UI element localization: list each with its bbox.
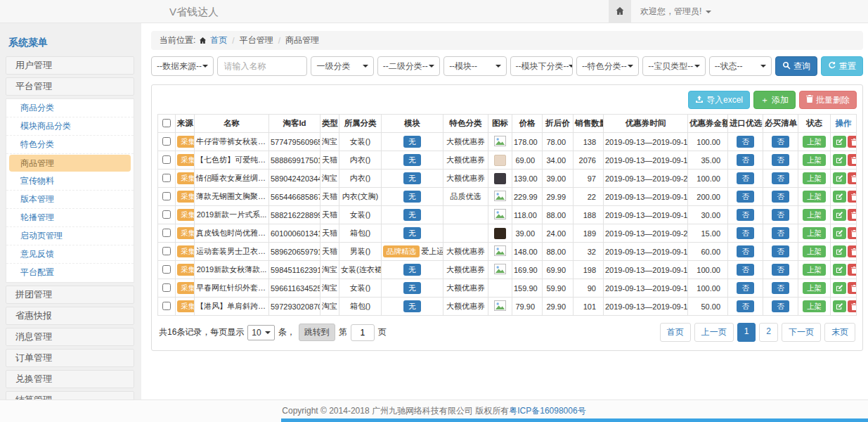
- select-all-checkbox[interactable]: [162, 119, 171, 127]
- import-select-toggle[interactable]: 否: [737, 154, 754, 166]
- delete-button[interactable]: [848, 172, 857, 184]
- status-badge[interactable]: 上架: [803, 154, 826, 166]
- sidebar-subitem-5[interactable]: 版本管理: [6, 191, 134, 209]
- status-badge[interactable]: 上架: [803, 227, 826, 239]
- import-select-toggle[interactable]: 否: [737, 209, 754, 221]
- delete-button[interactable]: [848, 282, 857, 294]
- module-badge[interactable]: 无: [403, 227, 421, 239]
- must-buy-toggle[interactable]: 否: [772, 264, 789, 276]
- edit-button[interactable]: [833, 209, 846, 221]
- must-buy-toggle[interactable]: 否: [772, 227, 789, 239]
- pager-item-1[interactable]: 上一页: [694, 323, 734, 342]
- module-badge[interactable]: 无: [403, 264, 421, 276]
- reset-button[interactable]: 重置: [821, 56, 863, 76]
- import-select-toggle[interactable]: 否: [737, 282, 754, 294]
- sidebar-item-bottom-2[interactable]: 消息管理: [6, 328, 134, 346]
- module-badge[interactable]: 无: [403, 154, 421, 166]
- module-badge[interactable]: 无: [403, 172, 421, 184]
- pager-item-3[interactable]: 2: [759, 323, 778, 342]
- edit-button[interactable]: [833, 300, 846, 312]
- must-buy-toggle[interactable]: 否: [772, 191, 789, 203]
- delete-button[interactable]: [848, 209, 857, 221]
- edit-button[interactable]: [833, 282, 846, 294]
- pager-item-0[interactable]: 首页: [660, 323, 691, 342]
- bottom-scrollbar[interactable]: [281, 418, 868, 422]
- filter-select-1[interactable]: --二级分类--: [377, 56, 440, 76]
- status-badge[interactable]: 上架: [803, 282, 826, 294]
- row-checkbox[interactable]: [162, 192, 171, 200]
- home-button[interactable]: [609, 0, 631, 23]
- pager-item-4[interactable]: 下一页: [782, 323, 821, 342]
- icp-link[interactable]: 粤ICP备16098006号: [509, 405, 585, 417]
- status-badge[interactable]: 上架: [803, 264, 826, 276]
- filter-select-6[interactable]: --状态--: [709, 56, 772, 76]
- module-badge[interactable]: 无: [403, 300, 421, 312]
- status-badge[interactable]: 上架: [803, 300, 826, 312]
- sidebar-item-bottom-1[interactable]: 省惠快报: [6, 307, 134, 325]
- row-checkbox[interactable]: [162, 265, 171, 274]
- sidebar-subitem-1[interactable]: 模块商品分类: [6, 117, 134, 136]
- sidebar-item-user-mgmt[interactable]: 用户管理: [6, 56, 134, 75]
- must-buy-toggle[interactable]: 否: [772, 172, 789, 184]
- edit-button[interactable]: [833, 172, 846, 184]
- row-checkbox[interactable]: [162, 210, 171, 219]
- must-buy-toggle[interactable]: 否: [772, 209, 789, 221]
- must-buy-toggle[interactable]: 否: [772, 245, 789, 257]
- row-checkbox[interactable]: [162, 247, 171, 255]
- row-checkbox[interactable]: [162, 229, 171, 237]
- sidebar-subitem-2[interactable]: 特色分类: [6, 136, 134, 154]
- sidebar-item-bottom-0[interactable]: 拼团管理: [6, 286, 134, 304]
- breadcrumb-home-link[interactable]: 首页: [210, 34, 227, 46]
- delete-button[interactable]: [848, 300, 857, 312]
- batch-delete-button[interactable]: 批量删除: [799, 91, 857, 109]
- import-select-toggle[interactable]: 否: [737, 300, 754, 312]
- edit-button[interactable]: [833, 154, 846, 166]
- pager-item-2[interactable]: 1: [737, 323, 756, 342]
- must-buy-toggle[interactable]: 否: [772, 282, 789, 294]
- row-checkbox[interactable]: [162, 137, 171, 146]
- sidebar-subitem-6[interactable]: 轮播管理: [6, 209, 134, 227]
- sidebar-subitem-9[interactable]: 平台配置: [6, 264, 134, 282]
- module-badge[interactable]: 无: [403, 282, 421, 294]
- jump-button[interactable]: 跳转到: [299, 324, 335, 341]
- sidebar-subitem-7[interactable]: 启动页管理: [6, 227, 134, 245]
- status-badge[interactable]: 上架: [803, 172, 826, 184]
- import-select-toggle[interactable]: 否: [737, 227, 754, 239]
- sidebar-item-platform-mgmt[interactable]: 平台管理: [6, 77, 134, 96]
- must-buy-toggle[interactable]: 否: [772, 300, 789, 312]
- delete-button[interactable]: [848, 264, 857, 276]
- filter-select-2[interactable]: --模块--: [443, 56, 506, 76]
- sidebar-subitem-4[interactable]: 宣传物料: [6, 172, 134, 191]
- edit-button[interactable]: [833, 136, 846, 148]
- filter-select-0[interactable]: 一级分类: [311, 56, 373, 76]
- pager-item-5[interactable]: 末页: [824, 323, 855, 342]
- import-select-toggle[interactable]: 否: [737, 264, 754, 276]
- module-badge[interactable]: 无: [403, 136, 421, 148]
- edit-button[interactable]: [833, 227, 846, 239]
- must-buy-toggle[interactable]: 否: [772, 136, 789, 148]
- status-badge[interactable]: 上架: [803, 191, 826, 203]
- status-badge[interactable]: 上架: [803, 245, 826, 257]
- row-checkbox[interactable]: [162, 302, 171, 310]
- module-badge[interactable]: 无: [403, 209, 421, 221]
- import-excel-button[interactable]: 导入excel: [688, 91, 750, 109]
- status-badge[interactable]: 上架: [803, 209, 826, 221]
- row-checkbox[interactable]: [162, 155, 171, 164]
- add-button[interactable]: ＋ 添加: [753, 91, 796, 109]
- status-badge[interactable]: 上架: [803, 136, 826, 148]
- sidebar-subitem-3[interactable]: 商品管理: [9, 155, 131, 172]
- import-select-toggle[interactable]: 否: [737, 191, 754, 203]
- search-button[interactable]: 查询: [775, 56, 817, 76]
- user-menu[interactable]: 欢迎您，管理员!: [631, 0, 711, 23]
- delete-button[interactable]: [848, 191, 857, 203]
- page-number-input[interactable]: [351, 324, 375, 341]
- delete-button[interactable]: [848, 227, 857, 239]
- sidebar-subitem-8[interactable]: 意见反馈: [6, 245, 134, 264]
- import-select-toggle[interactable]: 否: [737, 136, 754, 148]
- filter-name-input[interactable]: [217, 56, 307, 76]
- filter-select-5[interactable]: --宝贝类型--: [642, 56, 705, 76]
- sidebar-item-bottom-4[interactable]: 兑换管理: [6, 370, 134, 388]
- filter-select-source[interactable]: --数据来源--: [151, 56, 214, 76]
- filter-select-3[interactable]: --模块下分类--: [510, 56, 573, 76]
- import-select-toggle[interactable]: 否: [737, 245, 754, 257]
